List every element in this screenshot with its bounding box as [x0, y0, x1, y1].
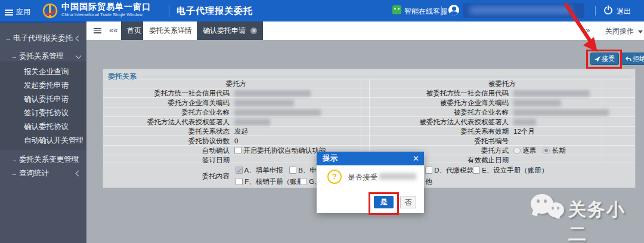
sidebar-item-label: 发起委托申请: [24, 78, 69, 93]
checkbox-icon[interactable]: [425, 167, 432, 174]
dialog-no-button[interactable]: 否: [400, 196, 416, 208]
sidebar-root-label: 电子代理报关委托: [13, 31, 73, 45]
arrow-right-icon: →: [5, 31, 11, 45]
field-label: 被委托方企业海关编码: [369, 99, 509, 107]
field-label: 委托关系有效期: [369, 127, 509, 136]
scroll-tabs-right-icon[interactable]: »»: [581, 26, 590, 35]
checkbox-icon[interactable]: [473, 167, 480, 174]
relation-status-value: 发起: [234, 127, 248, 136]
user-avatar-icon[interactable]: [448, 5, 459, 16]
logout-button[interactable]: 退出: [617, 7, 631, 17]
auto-confirm-label: 开启委托协议自动确认功能: [243, 147, 326, 154]
close-operations-dropdown[interactable]: 关闭操作: [605, 26, 643, 36]
reject-button[interactable]: 拒绝: [621, 53, 644, 65]
close-operations-label: 关闭操作: [605, 27, 634, 35]
redacted-value: [234, 119, 270, 125]
validity-value: 12个月: [513, 127, 535, 136]
chevron-left-icon: [76, 171, 82, 177]
sidebar-item-confirm-entrust[interactable]: 确认委托申请: [0, 92, 86, 106]
field-label: 委托协议份数: [103, 137, 230, 146]
reply-arrow-icon: [626, 56, 631, 62]
dialog-title: 提示: [323, 154, 338, 162]
checkbox-icon[interactable]: [300, 178, 307, 185]
sidebar-item-label: 签订委托协议: [24, 106, 69, 120]
send-icon: [595, 56, 600, 62]
field-label: 委托方法人代表授权签署人: [103, 118, 230, 127]
sidebar-item-sign-agreement[interactable]: 签订委托协议: [0, 106, 86, 120]
auto-confirm-field: 开启委托协议自动确认功能: [234, 146, 326, 155]
tab-confirm-entrust[interactable]: 确认委托申请 ✕: [197, 21, 263, 40]
collapse-sidebar-icon[interactable]: [94, 28, 101, 33]
sidebar-nav: → 电子代理报关委托 → 委托关系管理 报关企业查询 发起委托申请 确认委托申请…: [0, 23, 86, 243]
column-header-entrustee: 被委托方: [369, 79, 635, 88]
field-label: 自动确认: [103, 146, 230, 155]
redacted-value: [234, 90, 311, 97]
tab-label: 委托关系详情: [149, 26, 192, 35]
redacted-value: [513, 109, 609, 116]
redacted-value: [513, 119, 536, 125]
close-icon[interactable]: ✕: [413, 152, 419, 165]
apps-menu-label: 应用: [16, 7, 30, 17]
sidebar-item-confirm-agreement[interactable]: 确认委托协议: [0, 119, 86, 134]
content-item-other-fragment: 他: [425, 177, 432, 186]
field-label: 委托书编号: [369, 137, 509, 146]
sidebar-group-label: 查询统计: [19, 166, 49, 180]
field-label: 被委托方法人代表授权签署人: [369, 118, 509, 127]
username-redacted: [463, 3, 584, 18]
apps-menu-button[interactable]: 应用: [5, 7, 30, 17]
content-item-f: F、核销手册（账册）: [236, 177, 311, 186]
content-item-a: A、填单申报: [236, 166, 283, 174]
dialog-message: 是否接受: [348, 173, 377, 183]
sidebar-item-auto-confirm-switch[interactable]: 自动确认开关管理: [0, 133, 86, 147]
radio-long-term[interactable]: [543, 147, 550, 154]
redacted-value: [234, 100, 294, 106]
radio-per-shipment[interactable]: [513, 147, 521, 154]
brand-title: 中国国际贸易单一窗口: [61, 2, 151, 11]
scroll-tabs-left-icon[interactable]: ««: [109, 26, 117, 35]
dialog-header: 提示 ✕: [317, 152, 424, 165]
checkbox-icon[interactable]: [236, 178, 243, 185]
arrow-right-icon: →: [11, 49, 17, 63]
tab-bar: «« 首页 委托关系详情 ✕ 确认委托申请 ✕ »» 关闭操作: [86, 21, 644, 40]
radio-label: 长期: [552, 147, 566, 154]
redacted-value: [513, 90, 590, 97]
sidebar-group-relation-change[interactable]: → 委托关系变更管理: [0, 152, 86, 167]
sidebar-group-relation-mgmt[interactable]: → 委托关系管理: [0, 49, 86, 63]
sidebar-item-declare-enterprise-query[interactable]: 报关企业查询: [0, 64, 86, 79]
watermark-text: 关务小二: [568, 198, 644, 243]
field-label: 被委托方企业名称: [369, 108, 509, 117]
header-divider: [595, 6, 596, 16]
field-label: 委托方企业海关编码: [103, 99, 230, 107]
power-icon: [603, 5, 613, 15]
chevron-down-icon: [76, 53, 82, 59]
column-header-entruster: 委托方: [103, 79, 369, 88]
field-label: 委托关系状态: [103, 127, 230, 136]
reject-label: 拒绝: [633, 55, 644, 62]
checkbox-icon[interactable]: [289, 167, 296, 174]
redacted-watermark: [379, 173, 416, 180]
auto-confirm-checkbox[interactable]: [234, 147, 242, 154]
dialog-yes-button[interactable]: 是: [374, 196, 394, 208]
entrust-content-label: 委托内容: [175, 172, 230, 181]
sidebar-item-initiate-entrust[interactable]: 发起委托申请: [0, 78, 86, 93]
sidebar-group-label: 委托关系变更管理: [19, 152, 79, 167]
accept-button[interactable]: 接受: [590, 53, 619, 65]
wechat-icon: [531, 194, 568, 225]
brand-block: 中国国际贸易单一窗口 China International Trade Sin…: [61, 2, 151, 17]
field-label: 委托方统一社会信用代码: [103, 89, 230, 98]
close-tab-icon[interactable]: ✕: [250, 27, 257, 34]
header-divider: [169, 5, 169, 17]
robot-icon: [392, 5, 401, 14]
radio-label: 逐票: [522, 147, 536, 154]
sidebar-item-label: 确认委托申请: [24, 92, 69, 106]
hamburger-icon: [5, 10, 13, 16]
sidebar-item-root[interactable]: → 电子代理报关委托: [0, 31, 86, 45]
arrow-right-icon: →: [11, 152, 17, 167]
sidebar-group-query-stats[interactable]: → 查询统计: [0, 166, 86, 180]
content-item-e: E、设立手册（账册）: [473, 166, 548, 174]
question-icon: ?: [327, 170, 342, 184]
checkbox-checked-icon[interactable]: [236, 167, 243, 174]
field-label: 被委托方统一社会信用代码: [369, 89, 509, 98]
redacted-value: [513, 100, 561, 106]
sidebar-item-label: 自动确认开关管理: [24, 133, 83, 147]
